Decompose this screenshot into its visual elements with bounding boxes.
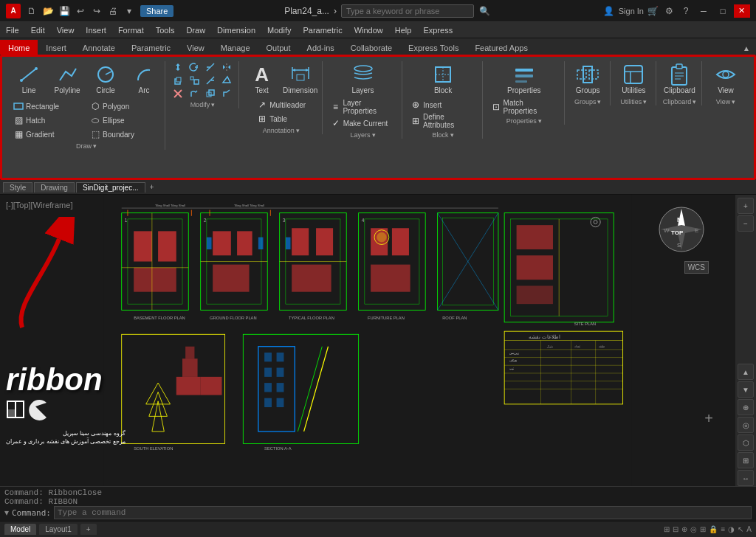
polygon-button[interactable]: ⬡ Polygon xyxy=(88,100,162,113)
tab-drawing[interactable]: Drawing xyxy=(34,182,75,193)
plot-button[interactable]: 🖨 xyxy=(106,4,120,18)
clipboard-button[interactable]: Clipboard xyxy=(662,61,697,97)
menu-view[interactable]: View xyxy=(51,22,80,38)
copy-button[interactable] xyxy=(171,75,185,86)
status-osnap[interactable]: ⊞ xyxy=(700,525,706,533)
save-button[interactable]: 💾 xyxy=(58,4,71,18)
open-button[interactable]: 📂 xyxy=(41,4,55,18)
status-ortho[interactable]: ⊕ xyxy=(681,525,687,533)
properties-button[interactable]: Properties xyxy=(506,61,542,97)
text-button[interactable]: A Text xyxy=(244,61,280,97)
wcs-button[interactable]: WCS xyxy=(684,261,709,274)
properties-group-label[interactable]: Properties ▾ xyxy=(506,117,542,125)
viewport[interactable]: [-][Top][Wireframe] BASEMENT FLOOR PLAN xyxy=(0,195,735,486)
menu-modify[interactable]: Modify xyxy=(261,22,297,38)
menu-dimension[interactable]: Dimension xyxy=(211,22,261,38)
command-dropdown-icon[interactable]: ▾ xyxy=(4,507,9,518)
table-button[interactable]: ⊞ Table xyxy=(255,112,307,125)
groups-group-label[interactable]: Groups ▾ xyxy=(574,98,602,105)
tab-annotate[interactable]: Annotate xyxy=(75,40,123,55)
annotation-group-label[interactable]: Annotation ▾ xyxy=(263,127,300,134)
utilities-button[interactable]: Utilities xyxy=(616,61,651,97)
search-input[interactable] xyxy=(341,4,474,18)
layer-properties-button[interactable]: ≡ Layer Properties xyxy=(329,98,398,116)
restore-button[interactable]: □ xyxy=(715,4,731,18)
pan-up-button[interactable]: ▲ xyxy=(738,364,754,380)
tab-home[interactable]: Home xyxy=(0,40,38,55)
search-icon[interactable]: 🔍 xyxy=(478,4,492,18)
help-icon[interactable]: ? xyxy=(679,4,693,18)
tab-collaborate[interactable]: Collaborate xyxy=(343,40,400,55)
status-transparency[interactable]: ◑ xyxy=(728,525,735,533)
status-select[interactable]: ↖ xyxy=(738,525,743,533)
redo-button[interactable]: ↪ xyxy=(90,4,103,18)
status-lock[interactable]: 🔒 xyxy=(709,525,718,533)
erase-button[interactable] xyxy=(171,88,185,100)
tab-parametric[interactable]: Parametric xyxy=(123,40,179,55)
define-att-button[interactable]: ⊞ Define Attributes xyxy=(408,112,478,130)
status-snap[interactable]: ⊞ xyxy=(664,525,670,533)
dimension-button[interactable]: Dimension xyxy=(283,61,318,97)
block-group-label[interactable]: Block ▾ xyxy=(433,131,454,139)
minimize-button[interactable]: ─ xyxy=(695,4,712,18)
multileader-button[interactable]: ↗ Multileader xyxy=(255,98,307,111)
nav-button-5[interactable]: ↔ xyxy=(738,470,754,486)
rectangle-button[interactable]: Rectangle xyxy=(11,100,85,113)
draw-group-label[interactable]: Draw ▾ xyxy=(76,142,97,150)
match-prop-button[interactable]: ⊡ Match Properties xyxy=(489,98,560,116)
fillet-button[interactable] xyxy=(187,88,202,100)
tab-main-drawing[interactable]: SinDigit_projec... xyxy=(76,182,145,193)
modify-group-label[interactable]: Modify ▾ xyxy=(190,101,216,108)
tab-insert[interactable]: Insert xyxy=(38,40,75,55)
menu-help[interactable]: Help xyxy=(389,22,418,38)
polyline-button[interactable]: Polyline xyxy=(49,61,85,97)
extend-button[interactable] xyxy=(203,75,218,86)
mirror-button[interactable] xyxy=(219,61,234,73)
menu-tools[interactable]: Tools xyxy=(150,22,181,38)
command-input[interactable] xyxy=(54,506,752,519)
nav-button-3[interactable]: ⬡ xyxy=(738,434,754,451)
zoom-out-button[interactable]: − xyxy=(738,215,754,232)
menu-edit[interactable]: Edit xyxy=(25,22,51,38)
tab-style[interactable]: Style xyxy=(3,182,32,193)
new-button[interactable]: 🗋 xyxy=(25,4,38,18)
pan-down-button[interactable]: ▼ xyxy=(738,381,754,398)
gradient-button[interactable]: ▦ Gradient xyxy=(11,128,85,141)
menu-format[interactable]: Format xyxy=(112,22,150,38)
zoom-in-button[interactable]: + xyxy=(738,198,754,214)
layers-group-label[interactable]: Layers ▾ xyxy=(351,131,376,139)
status-polar[interactable]: ◎ xyxy=(690,525,697,533)
block-button[interactable]: Block xyxy=(425,61,461,97)
tab-add-button[interactable]: + xyxy=(150,183,154,191)
menu-express[interactable]: Express xyxy=(417,22,458,38)
undo-button[interactable]: ↩ xyxy=(74,4,87,18)
close-button[interactable]: ✕ xyxy=(734,4,750,18)
menu-draw[interactable]: Draw xyxy=(180,22,211,38)
ribbon-minimize-icon[interactable]: ▲ xyxy=(740,41,753,55)
insert-button[interactable]: ⊕ Insert xyxy=(408,98,478,111)
menu-file[interactable]: File xyxy=(0,22,25,38)
view-group-label[interactable]: View ▾ xyxy=(716,98,735,105)
utilities-group-label[interactable]: Utilities ▾ xyxy=(620,98,647,105)
layers-button[interactable]: Layers xyxy=(346,61,381,97)
qa-down-icon[interactable]: ▾ xyxy=(123,4,136,18)
stretch-button[interactable] xyxy=(219,75,234,86)
menu-window[interactable]: Window xyxy=(348,22,389,38)
status-annotation[interactable]: A xyxy=(746,525,752,533)
tab-manage[interactable]: Manage xyxy=(213,40,258,55)
status-lineweight[interactable]: ≡ xyxy=(721,525,725,533)
tab-layout2[interactable]: + xyxy=(80,524,97,535)
cart-icon[interactable]: 🛒 xyxy=(647,4,660,18)
make-current-button[interactable]: ✓ Make Current xyxy=(329,117,398,130)
settings-icon[interactable]: ⚙ xyxy=(663,4,676,18)
nav-button-4[interactable]: ⊞ xyxy=(738,452,754,468)
trim-button[interactable] xyxy=(203,61,218,73)
clipboard-group-label[interactable]: Clipboard ▾ xyxy=(663,98,697,105)
ellipse-button[interactable]: ⬭ Ellipse xyxy=(88,114,162,127)
scale-button[interactable] xyxy=(187,75,202,86)
share-button[interactable]: Share xyxy=(140,5,173,17)
tab-addins[interactable]: Add-ins xyxy=(299,40,343,55)
user-icon[interactable]: 👤 xyxy=(602,4,616,18)
tab-layout1[interactable]: Layout1 xyxy=(39,524,78,535)
status-grid[interactable]: ⊟ xyxy=(673,525,678,533)
